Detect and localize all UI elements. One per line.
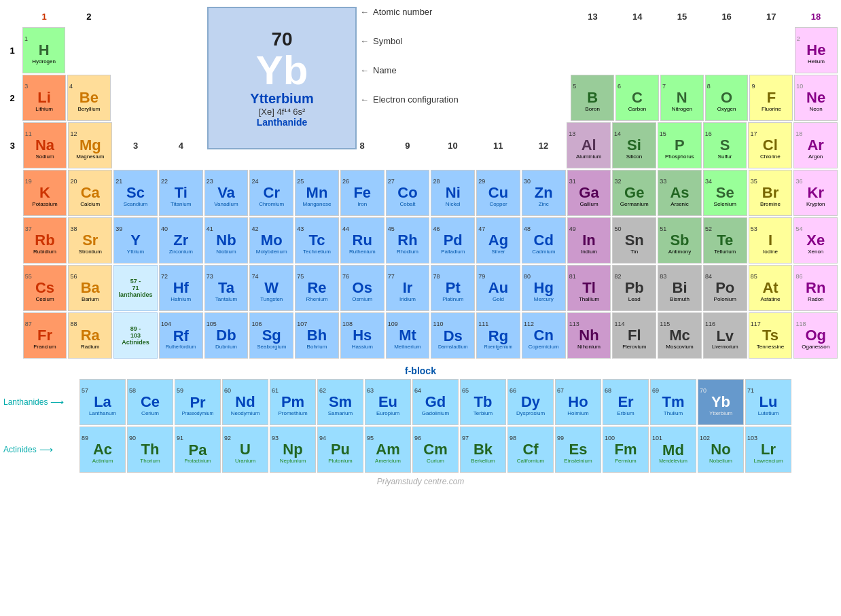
element-Ar[interactable]: 18 Ar Argon <box>793 122 838 168</box>
element-Rn[interactable]: 86 Rn Radon <box>793 265 838 311</box>
element-Ti[interactable]: 22 Ti Titanium <box>159 170 203 216</box>
element-Sr[interactable]: 38 Sr Strontium <box>68 217 112 264</box>
element-Mt[interactable]: 109 Mt Meitnerium <box>386 312 430 359</box>
element-Mo[interactable]: 42 Mo Molybdenum <box>249 217 293 264</box>
element-Lr[interactable]: 103 Lr Lawrencium <box>745 427 791 473</box>
element-Os[interactable]: 76 Os Osmium <box>340 265 384 311</box>
element-Ni[interactable]: 28 Ni Nickel <box>431 170 475 216</box>
element-Bi[interactable]: 83 Bi Bismuth <box>658 265 702 311</box>
element-Te[interactable]: 52 Te Tellurium <box>703 217 747 264</box>
element-Zr[interactable]: 40 Zr Zirconium <box>159 217 203 264</box>
element-Nb[interactable]: 41 Nb Niobium <box>204 217 249 264</box>
element-Tm[interactable]: 69 Tm Thulium <box>650 379 696 425</box>
element-Eu[interactable]: 63 Eu Europium <box>365 379 411 425</box>
element-Fl[interactable]: 114 Fl Flerovium <box>612 312 656 359</box>
element-Sm[interactable]: 62 Sm Samarium <box>317 379 363 425</box>
element-H[interactable]: 1 H Hydrogen <box>22 27 65 73</box>
element-Hg[interactable]: 80 Hg Mercury <box>522 265 566 311</box>
element-In[interactable]: 49 In Indium <box>567 217 611 264</box>
element-W[interactable]: 74 W Tungsten <box>249 265 293 311</box>
element-Hf[interactable]: 72 Hf Hafnium <box>159 265 203 311</box>
element-Bh[interactable]: 107 Bh Bohrium <box>295 312 339 359</box>
element-At[interactable]: 85 At Astatine <box>749 265 793 311</box>
element-Sb[interactable]: 51 Sb Antimony <box>658 217 702 264</box>
element-Ru[interactable]: 44 Ru Ruthenium <box>340 217 384 264</box>
element-Ra[interactable]: 88 Ra Radium <box>68 312 112 359</box>
element-Ts[interactable]: 117 Ts Tennessine <box>749 312 793 359</box>
element-Cu[interactable]: 29 Cu Copper <box>476 170 520 216</box>
element-Ac[interactable]: 89 Ac Actinium <box>79 427 126 473</box>
element-Ce[interactable]: 58 Ce Cerium <box>127 379 173 425</box>
element-Cl[interactable]: 17 Cl Chlorine <box>748 122 792 168</box>
element-Mn[interactable]: 25 Mn Manganese <box>295 170 339 216</box>
element-U[interactable]: 92 U Uranium <box>222 427 268 473</box>
element-La[interactable]: 57 La Lanthanum <box>79 379 126 425</box>
element-Al[interactable]: 13 Al Aluminium <box>567 122 611 168</box>
element-Rh[interactable]: 45 Rh Rhodium <box>386 217 430 264</box>
element-Ca[interactable]: 20 Ca Calcium <box>68 170 112 216</box>
element-Cn[interactable]: 112 Cn Copernicium <box>522 312 566 359</box>
element-Si[interactable]: 14 Si Silicon <box>612 122 656 168</box>
element-Fm[interactable]: 100 Fm Fermium <box>603 427 649 473</box>
element-Ir[interactable]: 77 Ir Iridium <box>386 265 430 311</box>
element-Li[interactable]: 3 Li Lithium <box>22 75 66 121</box>
element-Th[interactable]: 90 Th Thorium <box>127 427 173 473</box>
element-Re[interactable]: 75 Re Rhenium <box>295 265 339 311</box>
element-Bk[interactable]: 97 Bk Berkelium <box>460 427 506 473</box>
element-Md[interactable]: 101 Md Mendelevium <box>650 427 696 473</box>
element-As[interactable]: 33 As Arsenic <box>658 170 702 216</box>
element-Lu[interactable]: 71 Lu Lutetium <box>745 379 791 425</box>
element-Na[interactable]: 11 Na Sodium <box>23 122 67 168</box>
element-Ho[interactable]: 67 Ho Holmium <box>555 379 601 425</box>
element-Sn[interactable]: 50 Sn Tin <box>612 217 656 264</box>
element-Pb[interactable]: 82 Pb Lead <box>612 265 656 311</box>
element-Fe[interactable]: 26 Fe Iron <box>340 170 384 216</box>
element-Sg[interactable]: 106 Sg Seaborgium <box>249 312 293 359</box>
element-N[interactable]: 7 N Nitrogen <box>660 75 704 121</box>
element-Rf[interactable]: 104 Rf Rutherfordium <box>159 312 203 359</box>
element-Mc[interactable]: 115 Mc Moscovium <box>658 312 702 359</box>
element-Co[interactable]: 27 Co Cobalt <box>386 170 430 216</box>
element-V[interactable]: 23 Va Vanadium <box>204 170 249 216</box>
element-Cr[interactable]: 24 Cr Chromium <box>249 170 293 216</box>
element-O[interactable]: 8 O Oxygen <box>705 75 749 121</box>
element-Tc[interactable]: 43 Tc Technetium <box>295 217 339 264</box>
element-Fr[interactable]: 87 Fr Francium <box>23 312 67 359</box>
element-Rb[interactable]: 37 Rb Rubidium <box>23 217 67 264</box>
element-Gd[interactable]: 64 Gd Gadolinium <box>412 379 459 425</box>
element-Es[interactable]: 99 Es Einsteinium <box>555 427 601 473</box>
element-No[interactable]: 102 No Nobelium <box>698 427 744 473</box>
element-Pd[interactable]: 46 Pd Palladium <box>431 217 475 264</box>
element-Db[interactable]: 105 Db Dubnium <box>204 312 249 359</box>
element-Se[interactable]: 34 Se Selenium <box>703 170 747 216</box>
element-B[interactable]: 5 B Boron <box>571 75 614 121</box>
element-Ta[interactable]: 73 Ta Tantalum <box>204 265 249 311</box>
element-Br[interactable]: 35 Br Bromine <box>749 170 793 216</box>
element-Np[interactable]: 93 Np Neptunium <box>270 427 316 473</box>
element-Ag[interactable]: 47 Ag Silver <box>476 217 520 264</box>
element-Cf[interactable]: 98 Cf Californium <box>507 427 554 473</box>
element-Mg[interactable]: 12 Mg Magnesium <box>68 122 112 168</box>
element-Nd[interactable]: 60 Nd Neodymium <box>222 379 268 425</box>
element-Nh[interactable]: 113 Nh Nihonium <box>567 312 611 359</box>
element-Pu[interactable]: 94 Pu Plutonium <box>317 427 363 473</box>
element-Cd[interactable]: 48 Cd Cadmium <box>522 217 566 264</box>
element-Cs[interactable]: 55 Cs Cesium <box>23 265 67 311</box>
element-Kr[interactable]: 36 Kr Krypton <box>793 170 838 216</box>
element-Hs[interactable]: 108 Hs Hassium <box>340 312 384 359</box>
element-Ga[interactable]: 31 Ga Gallium <box>567 170 611 216</box>
element-Po[interactable]: 84 Po Polonium <box>703 265 747 311</box>
element-Ge[interactable]: 32 Ge Germanium <box>612 170 656 216</box>
element-Sc[interactable]: 21 Sc Scandium <box>113 170 158 216</box>
element-Rg[interactable]: 111 Rg Roentgenium <box>476 312 520 359</box>
element-Pr[interactable]: 59 Pr Praseodymium <box>175 379 221 425</box>
element-S[interactable]: 16 S Sulfur <box>703 122 747 168</box>
element-Am[interactable]: 95 Am Americium <box>365 427 411 473</box>
element-Er[interactable]: 68 Er Erbium <box>603 379 649 425</box>
element-Ba[interactable]: 56 Ba Barium <box>68 265 112 311</box>
element-Ne[interactable]: 10 Ne Neon <box>794 75 838 121</box>
element-Xe[interactable]: 54 Xe Xenon <box>793 217 838 264</box>
element-Cm[interactable]: 96 Cm Curium <box>412 427 459 473</box>
element-K[interactable]: 19 K Potassium <box>23 170 67 216</box>
element-C[interactable]: 6 C Carbon <box>615 75 659 121</box>
